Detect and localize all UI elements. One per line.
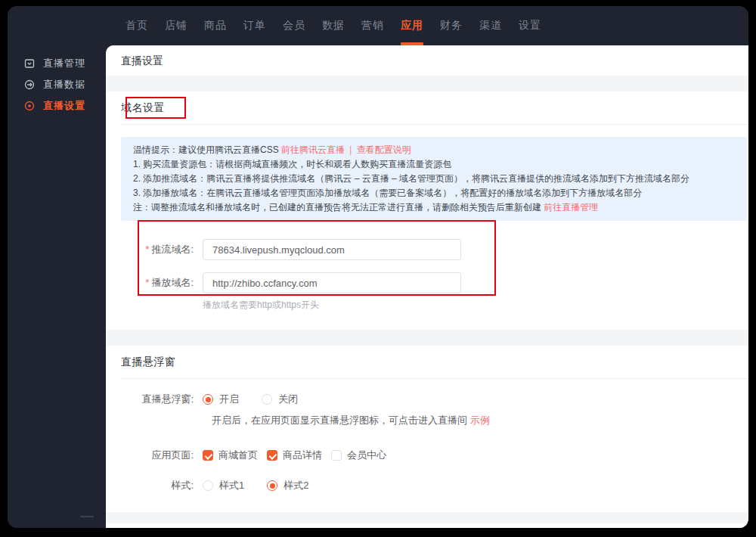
notice-line-5: 注：调整推流域名和播放域名时，已创建的直播预告将无法正常进行直播，请删除相关预告… <box>133 200 735 215</box>
applied-pages-row: 应用页面: 商城首页 商品详情 会员中心 <box>106 449 748 462</box>
style-label: 样式: <box>106 479 203 492</box>
nav-item-settings[interactable]: 设置 <box>510 6 550 45</box>
checkbox-icon <box>331 450 342 461</box>
nav-item-shop[interactable]: 店铺 <box>156 6 196 45</box>
domain-form: *推流域名: *播放域名: 播放域名需要http或https开头 <box>106 221 748 330</box>
sidebar-bottom-dash <box>80 516 94 517</box>
sidebar-item-live-manage[interactable]: 直播管理 <box>8 53 106 74</box>
main-content: 直播设置 域名设置 温情提示：建议使用腾讯云直播CSS 前往腾讯云直播｜查看配置… <box>106 45 748 528</box>
radio-style-2[interactable]: 样式2 <box>267 479 308 492</box>
radio-floating-off[interactable]: 关闭 <box>262 393 298 406</box>
sidebar-item-label: 直播设置 <box>43 99 85 113</box>
notice-line-4: 3. 添加播放域名：在腾讯云直播域名管理页面添加播放域名（需要已备案域名），将配… <box>133 186 735 200</box>
floating-switch-row: 直播悬浮窗: 开启 关闭 <box>106 393 748 406</box>
checkbox-icon <box>203 450 213 461</box>
push-domain-label: *推流域名: <box>106 243 203 256</box>
nav-item-finance[interactable]: 财务 <box>432 6 471 45</box>
play-domain-row: *播放域名: <box>106 272 748 293</box>
floating-switch-help: 开启后，在应用页面显示直播悬浮图标，可点击进入直播间 示例 <box>212 414 748 429</box>
applied-pages-label: 应用页面: <box>106 449 203 462</box>
nav-item-channels[interactable]: 渠道 <box>471 6 510 45</box>
nav-item-goods[interactable]: 商品 <box>196 6 235 45</box>
notice-line-2: 1. 购买流量资源包：请根据商城直播频次，时长和观看人数购买直播流量资源包 <box>133 157 735 172</box>
section-title-domain: 域名设置 <box>121 92 748 125</box>
link-config-doc[interactable]: 查看配置说明 <box>357 144 411 155</box>
radio-icon <box>262 394 272 405</box>
section-live-center: 直播中心设置 <box>106 523 748 528</box>
radio-icon <box>203 394 213 405</box>
style-row: 样式: 样式1 样式2 <box>106 479 748 512</box>
sidebar-item-label: 直播管理 <box>43 57 85 70</box>
link-live-manage[interactable]: 前往直播管理 <box>544 202 598 213</box>
app-window: 首页 店铺 商品 订单 会员 数据 营销 应用 财务 渠道 设置 直播管理 <box>8 6 748 528</box>
live-manage-icon <box>24 58 35 69</box>
required-mark: * <box>145 277 149 288</box>
notice-line-1: 温情提示：建议使用腾讯云直播CSS 前往腾讯云直播｜查看配置说明 <box>133 143 735 157</box>
live-data-icon <box>24 79 35 90</box>
nav-item-marketing[interactable]: 营销 <box>353 6 392 45</box>
radio-icon <box>203 480 213 491</box>
section-floating-window: 直播悬浮窗 直播悬浮窗: 开启 关闭 开启后，在应用页面显示直播悬浮图标，可点击… <box>106 346 748 512</box>
section-title-floating: 直播悬浮窗 <box>121 346 748 379</box>
nav-item-home[interactable]: 首页 <box>117 6 156 45</box>
page-title: 直播设置 <box>106 45 748 76</box>
sidebar: 直播管理 直播数据 直 <box>8 45 106 528</box>
live-settings-icon <box>24 101 35 111</box>
top-navigation: 首页 店铺 商品 订单 会员 数据 营销 应用 财务 渠道 设置 <box>8 6 748 45</box>
radio-style-1[interactable]: 样式1 <box>203 479 244 492</box>
section-title-live-center: 直播中心设置 <box>121 523 748 528</box>
play-domain-help: 播放域名需要http或https开头 <box>203 299 748 312</box>
floating-switch-label: 直播悬浮窗: <box>106 393 203 406</box>
nav-item-members[interactable]: 会员 <box>274 6 314 45</box>
checkbox-goods-detail[interactable]: 商品详情 <box>267 449 322 462</box>
play-domain-label: *播放域名: <box>106 276 203 290</box>
section-domain-settings: 域名设置 温情提示：建议使用腾讯云直播CSS 前往腾讯云直播｜查看配置说明 1.… <box>106 92 748 330</box>
play-domain-input[interactable] <box>203 272 461 293</box>
checkbox-member-center[interactable]: 会员中心 <box>331 449 386 462</box>
sidebar-item-live-settings[interactable]: 直播设置 <box>8 95 106 116</box>
link-example[interactable]: 示例 <box>470 414 490 426</box>
nav-item-apps[interactable]: 应用 <box>392 6 432 45</box>
sidebar-item-label: 直播数据 <box>43 78 85 92</box>
checkbox-icon <box>267 450 277 461</box>
link-tencent-cloud-live[interactable]: 前往腾讯云直播 <box>281 144 345 155</box>
push-domain-row: *推流域名: <box>106 239 748 260</box>
notice-line-3: 2. 添加推流域名：腾讯云直播将提供推流域名（腾讯云 – 云直播 – 域名管理页… <box>133 172 735 186</box>
checkbox-mall-home[interactable]: 商城首页 <box>203 449 258 462</box>
nav-item-data[interactable]: 数据 <box>314 6 353 45</box>
sidebar-item-live-data[interactable]: 直播数据 <box>8 74 106 95</box>
notice-box: 温情提示：建议使用腾讯云直播CSS 前往腾讯云直播｜查看配置说明 1. 购买流量… <box>121 137 747 221</box>
notice-separator: ｜ <box>346 144 355 155</box>
radio-icon <box>267 480 277 491</box>
nav-item-orders[interactable]: 订单 <box>235 6 274 45</box>
push-domain-input[interactable] <box>203 239 461 260</box>
radio-floating-on[interactable]: 开启 <box>203 393 239 406</box>
required-mark: * <box>145 244 149 255</box>
